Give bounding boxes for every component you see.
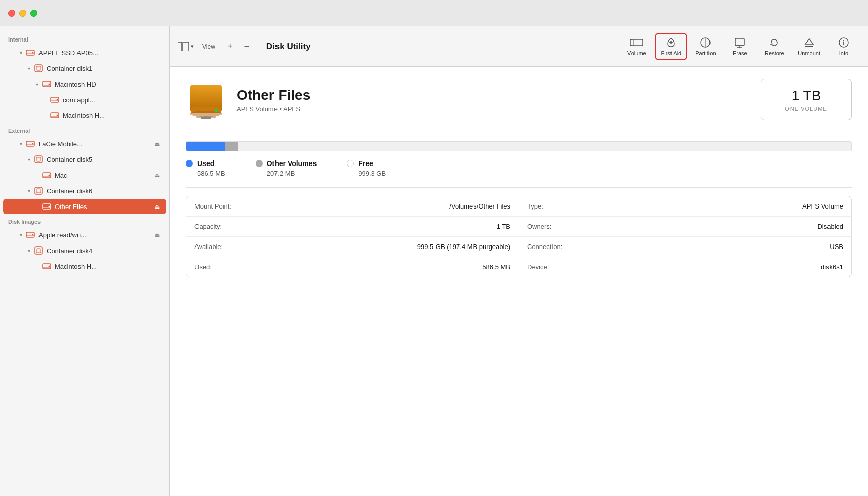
apple-readwrite-label: Apple read/wri... bbox=[38, 231, 153, 239]
close-button[interactable] bbox=[8, 10, 15, 17]
used-info-label: Used: bbox=[194, 263, 255, 271]
apfs-icon bbox=[33, 63, 44, 73]
sidebar: Internal ▾ APPLE SSD AP05... ▾ Container… bbox=[0, 26, 170, 496]
add-volume-button[interactable]: + bbox=[223, 39, 238, 54]
sidebar-item-apple-ssd[interactable]: ▾ APPLE SSD AP05... bbox=[3, 45, 166, 60]
sidebar-item-other-files[interactable]: ▾ Other Files ⏏ bbox=[3, 199, 166, 214]
eject-icon[interactable]: ⏏ bbox=[153, 140, 161, 148]
apfs-icon bbox=[33, 186, 44, 196]
used-label: Used bbox=[197, 159, 214, 168]
sidebar-item-macintosh-h2[interactable]: ▾ Macintosh H... bbox=[3, 108, 166, 123]
macintosh-h3-label: Macintosh H... bbox=[55, 263, 161, 270]
view-icon bbox=[178, 42, 189, 51]
toolbar-info-button[interactable]: Info bbox=[827, 34, 860, 59]
minimize-button[interactable] bbox=[19, 10, 26, 17]
toolbar-volume-button[interactable]: + Volume bbox=[620, 34, 653, 59]
content-area: Other Files APFS Volume • APFS 1 TB ONE … bbox=[170, 67, 868, 496]
info-col-left: Mount Point: /Volumes/Other Files Capaci… bbox=[186, 196, 519, 277]
eject-icon[interactable]: ⏏ bbox=[153, 202, 161, 211]
view-button[interactable]: ▾ bbox=[178, 42, 194, 51]
volume-icon bbox=[50, 95, 60, 105]
macintosh-hd-label: Macintosh HD bbox=[55, 80, 161, 88]
volume-icon bbox=[42, 261, 52, 271]
divider-1 bbox=[186, 133, 852, 133]
eject-icon[interactable]: ⏏ bbox=[153, 171, 161, 179]
capacity-label: Capacity: bbox=[194, 223, 255, 230]
sidebar-item-macintosh-hd[interactable]: ▾ Macintosh HD bbox=[3, 76, 166, 92]
erase-button-label: Erase bbox=[733, 50, 747, 56]
svg-point-28 bbox=[32, 234, 34, 236]
com-apple-label: com.appl... bbox=[63, 96, 161, 104]
type-value: APFS Volume bbox=[588, 202, 843, 210]
toolbar: ▾ View + − Disk Utility + Volume bbox=[170, 26, 868, 67]
toolbar-unmount-button[interactable]: Unmount bbox=[793, 34, 825, 59]
sidebar-item-apple-readwrite[interactable]: ▾ Apple read/wri... ⏏ bbox=[3, 227, 166, 242]
used-bar bbox=[186, 142, 225, 151]
chevron-icon: ▾ bbox=[33, 80, 41, 88]
chevron-icon: ▾ bbox=[25, 65, 32, 72]
container-disk5-label: Container disk5 bbox=[47, 156, 161, 163]
info-table-inner: Mount Point: /Volumes/Other Files Capaci… bbox=[186, 196, 851, 277]
sidebar-item-container-disk1[interactable]: ▾ Container disk1 bbox=[3, 61, 166, 76]
restore-button-label: Restore bbox=[765, 50, 784, 56]
info-icon bbox=[837, 37, 850, 48]
available-label: Available: bbox=[194, 243, 255, 251]
owners-value: Disabled bbox=[588, 223, 843, 230]
erase-icon bbox=[733, 37, 746, 48]
legend-used: Used 586.5 MB bbox=[186, 159, 225, 177]
container-disk6-label: Container disk6 bbox=[47, 187, 161, 195]
used-info-value: 586.5 MB bbox=[255, 263, 510, 271]
storage-legend: Used 586.5 MB Other Volumes 207.2 MB Fre… bbox=[186, 159, 852, 177]
other-files-label: Other Files bbox=[55, 203, 153, 211]
info-row-used: Used: 586.5 MB bbox=[186, 257, 519, 277]
svg-point-9 bbox=[57, 99, 58, 101]
info-row-mount-point: Mount Point: /Volumes/Other Files bbox=[186, 196, 519, 217]
free-label: Free bbox=[358, 159, 373, 168]
traffic-lights bbox=[8, 10, 37, 17]
connection-label: Connection: bbox=[527, 243, 588, 251]
chevron-icon: ▾ bbox=[25, 156, 32, 163]
partition-button-label: Partition bbox=[695, 50, 716, 56]
device-value: disk6s1 bbox=[588, 263, 843, 271]
sidebar-item-container-disk6[interactable]: ▾ Container disk6 bbox=[3, 183, 166, 198]
svg-rect-3 bbox=[35, 65, 42, 72]
hdd-icon bbox=[25, 139, 35, 149]
type-label: Type: bbox=[527, 202, 588, 210]
chevron-icon: ▾ bbox=[17, 49, 24, 56]
divider-2 bbox=[186, 187, 852, 188]
partition-icon bbox=[699, 37, 712, 48]
mac-label: Mac bbox=[55, 172, 153, 179]
maximize-button[interactable] bbox=[30, 10, 37, 17]
hdd-icon bbox=[42, 201, 52, 212]
sidebar-item-container-disk5[interactable]: ▾ Container disk5 bbox=[3, 152, 166, 167]
sidebar-item-com-apple[interactable]: ▾ com.appl... bbox=[3, 92, 166, 107]
chevron-icon: ▾ bbox=[25, 187, 32, 194]
other-dot bbox=[256, 160, 263, 167]
device-label: Device: bbox=[527, 263, 588, 271]
owners-label: Owners: bbox=[527, 223, 588, 230]
svg-rect-23 bbox=[36, 189, 41, 193]
toolbar-partition-button[interactable]: Partition bbox=[689, 34, 722, 59]
disk-size: 1 TB bbox=[777, 88, 835, 104]
svg-rect-31 bbox=[36, 249, 41, 253]
toolbar-first-aid-button[interactable]: First Aid bbox=[655, 33, 687, 60]
eject-icon[interactable]: ⏏ bbox=[153, 231, 161, 239]
info-button-label: Info bbox=[839, 50, 848, 56]
svg-point-15 bbox=[32, 143, 34, 145]
hdd-icon bbox=[42, 79, 52, 89]
section-internal: Internal bbox=[0, 32, 169, 45]
other-label: Other Volumes bbox=[267, 159, 317, 168]
toolbar-erase-button[interactable]: Erase bbox=[724, 34, 756, 59]
app-body: Internal ▾ APPLE SSD AP05... ▾ Container… bbox=[0, 26, 868, 496]
sidebar-item-mac[interactable]: ▾ Mac ⏏ bbox=[3, 168, 166, 183]
toolbar-restore-button[interactable]: Restore bbox=[758, 34, 791, 59]
sidebar-item-macintosh-h3[interactable]: ▾ Macintosh H... bbox=[3, 259, 166, 274]
info-table: Mount Point: /Volumes/Other Files Capaci… bbox=[186, 196, 852, 277]
svg-point-25 bbox=[49, 206, 50, 208]
sidebar-item-lacie-mobile[interactable]: ▾ LaCie Mobile... ⏏ bbox=[3, 136, 166, 151]
disk-type: APFS Volume • APFS bbox=[236, 105, 761, 113]
sidebar-item-container-disk4[interactable]: ▾ Container disk4 bbox=[3, 243, 166, 258]
section-disk-images: Disk Images bbox=[0, 215, 169, 227]
svg-point-1 bbox=[32, 52, 34, 54]
remove-volume-button[interactable]: − bbox=[240, 39, 254, 54]
